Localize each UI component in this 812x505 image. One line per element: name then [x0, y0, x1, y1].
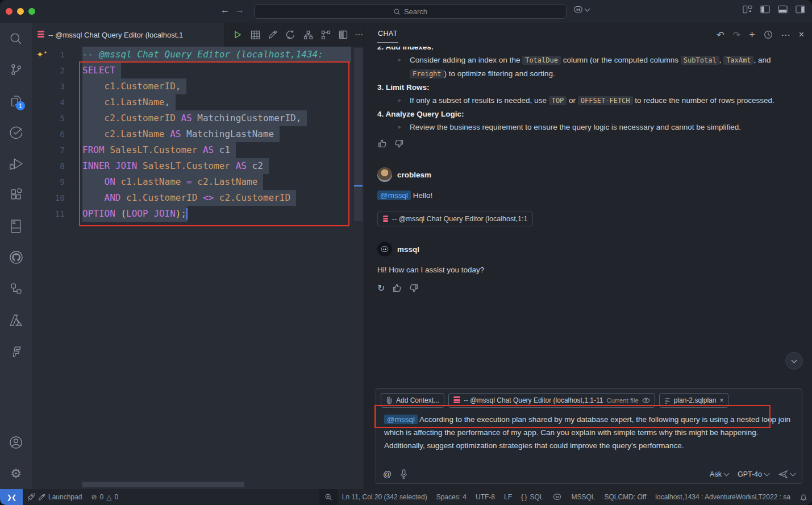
toggle-primary-sidebar-icon[interactable]	[760, 5, 770, 14]
results-grid-icon[interactable]	[249, 28, 261, 41]
sidebar-item-extensions[interactable]	[0, 179, 32, 210]
zoom-window-button[interactable]	[28, 8, 35, 15]
code-line[interactable]: 8INNER JOIN SalesLT.Customer AS c2	[32, 158, 351, 174]
add-context-button[interactable]: Add Context...	[381, 393, 444, 408]
code-line[interactable]: 2SELECT	[32, 63, 351, 78]
redo-icon[interactable]: ↷	[733, 30, 740, 40]
indentation-button[interactable]: Spaces: 4	[432, 489, 471, 505]
more-actions-icon[interactable]: ⋯	[781, 30, 790, 40]
current-file-chip[interactable]: -- @mssql Chat Query Editor (localhost,1…	[448, 393, 655, 408]
zoom-indicator[interactable]	[319, 489, 338, 505]
bullet-icon: ◦	[398, 53, 410, 81]
close-panel-icon[interactable]: ×	[799, 30, 804, 40]
chevron-down-icon	[585, 6, 590, 12]
connection-node-icon[interactable]	[319, 28, 332, 41]
scroll-to-bottom-button[interactable]	[785, 352, 803, 370]
line-number: 7	[32, 142, 82, 158]
customize-layout-icon[interactable]	[743, 5, 752, 14]
back-icon[interactable]: ←	[220, 5, 230, 15]
code-line[interactable]: 7FROM SalesLT.Customer AS c1	[32, 142, 351, 158]
assistant-name: mssql	[397, 243, 419, 256]
retry-icon[interactable]: ↻	[377, 282, 385, 295]
thumbs-up-icon[interactable]	[392, 283, 402, 293]
sidebar-item-query-history[interactable]	[0, 117, 32, 148]
code-line[interactable]: 11OPTION (LOOP JOIN);	[32, 206, 351, 222]
code-line[interactable]: 1-- @mssql Chat Query Editor (localhost,…	[32, 47, 351, 63]
chat-input-container[interactable]: Add Context... -- @mssql Chat Query Edit…	[376, 388, 802, 484]
model-dropdown[interactable]: GPT-4o	[738, 470, 769, 478]
plan-file-chip[interactable]: plan-2.sqlplan ×	[659, 393, 729, 408]
rocket-icon	[27, 493, 35, 501]
microphone-icon[interactable]	[400, 469, 407, 479]
code-line[interactable]: 6····c2.LastName AS MatchingLastName	[32, 126, 351, 142]
cursor-position-button[interactable]: Ln 11, Col 20 (342 selected)	[338, 489, 432, 505]
activity-bar: 1 ⚙	[0, 23, 32, 489]
sidebar-item-source-control[interactable]	[0, 54, 32, 85]
sidebar-item-explorer[interactable]: 1	[0, 85, 32, 117]
sidebar-item-notebooks[interactable]	[0, 210, 32, 242]
toggle-secondary-sidebar-icon[interactable]	[796, 5, 805, 14]
estimated-plan-icon[interactable]	[284, 28, 297, 41]
minimize-window-button[interactable]	[17, 8, 24, 15]
error-count: 0	[99, 493, 103, 501]
notifications-button[interactable]	[795, 489, 812, 505]
sidebar-item-database-projects[interactable]	[0, 336, 32, 367]
editor-vertical-scrollbar[interactable]	[354, 48, 363, 221]
copilot-menu-button[interactable]	[573, 5, 589, 14]
editor-horizontal-scrollbar[interactable]	[82, 482, 244, 487]
message-attachment-pill[interactable]: -- @mssql Chat Query Editor (localhost,1…	[377, 212, 533, 226]
history-icon[interactable]	[764, 30, 773, 39]
inline-code-chip: SubTotal	[681, 56, 719, 65]
thumbs-up-icon[interactable]	[377, 139, 387, 148]
split-editor-icon[interactable]	[337, 28, 349, 41]
forward-icon[interactable]: →	[235, 5, 244, 15]
sidebar-item-schema-compare[interactable]	[0, 273, 32, 304]
code-line[interactable]: 9····ON c1.LastName = c2.LastName	[32, 174, 351, 190]
mention-picker-icon[interactable]: @	[383, 469, 392, 479]
braces-icon: { }	[521, 493, 527, 501]
eol-button[interactable]: LF	[499, 489, 517, 505]
sidebar-item-github[interactable]	[0, 242, 32, 273]
sidebar-item-run-debug[interactable]	[0, 148, 32, 179]
problems-button[interactable]: ⊘0 △0	[86, 489, 123, 505]
chat-body: 2. Add Indexes:◦Consider adding an index…	[364, 47, 812, 489]
sqlcmd-pen-icon[interactable]	[266, 28, 279, 41]
new-chat-icon[interactable]: +	[749, 29, 755, 41]
encoding-button[interactable]: UTF-8	[471, 489, 499, 505]
more-actions-icon[interactable]: ⋯	[355, 30, 364, 40]
close-window-button[interactable]	[6, 8, 13, 15]
chat-input-text[interactable]: @mssql According to the execution plan s…	[376, 409, 802, 452]
sqlcmd-button[interactable]: SQLCMD: Off	[600, 489, 651, 505]
remote-indicator[interactable]: ❯❮	[0, 489, 23, 505]
mssql-button[interactable]: MSSQL	[567, 489, 599, 505]
settings-button[interactable]: ⚙	[0, 458, 32, 489]
toggle-panel-icon[interactable]	[778, 5, 788, 14]
mention-chip[interactable]: @mssql	[377, 191, 411, 200]
accounts-button[interactable]	[0, 427, 32, 458]
thumbs-down-icon[interactable]	[394, 139, 404, 148]
copilot-status-button[interactable]	[548, 489, 567, 505]
code-line[interactable]: 5····c2.CustomerID AS MatchingCustomerID…	[32, 110, 351, 126]
mode-dropdown[interactable]: Ask	[710, 470, 728, 478]
thumbs-down-icon[interactable]	[409, 283, 419, 293]
eye-icon[interactable]	[642, 398, 650, 403]
connection-button[interactable]: localhost,1434 : AdventureWorksLT2022 : …	[651, 489, 795, 505]
mode-label: Ask	[710, 470, 722, 478]
actual-plan-icon[interactable]	[302, 28, 314, 41]
code-line[interactable]: 10····AND c1.CustomerID <> c2.CustomerID	[32, 190, 351, 206]
code-editor[interactable]: 1-- @mssql Chat Query Editor (localhost,…	[32, 47, 351, 479]
user-message-text: Hello!	[413, 191, 433, 200]
send-button[interactable]	[778, 470, 795, 479]
editor-tab[interactable]: -- @mssql Chat Query Editor (localhost,1	[32, 23, 224, 47]
bullet-icon: ◦	[398, 94, 410, 107]
undo-icon[interactable]: ↶	[717, 30, 724, 40]
language-mode-button[interactable]: { }SQL	[517, 489, 548, 505]
code-line[interactable]: 3····c1.CustomerID,	[32, 78, 351, 94]
sidebar-item-azure[interactable]	[0, 304, 32, 336]
code-line[interactable]: 4····c1.LastName,	[32, 94, 351, 110]
sidebar-item-search[interactable]	[0, 23, 32, 54]
launchpad-button[interactable]: Launchpad	[23, 489, 86, 505]
command-center-search[interactable]: Search	[254, 4, 567, 19]
run-query-button[interactable]	[231, 28, 244, 41]
remove-chip-icon[interactable]: ×	[719, 396, 723, 404]
